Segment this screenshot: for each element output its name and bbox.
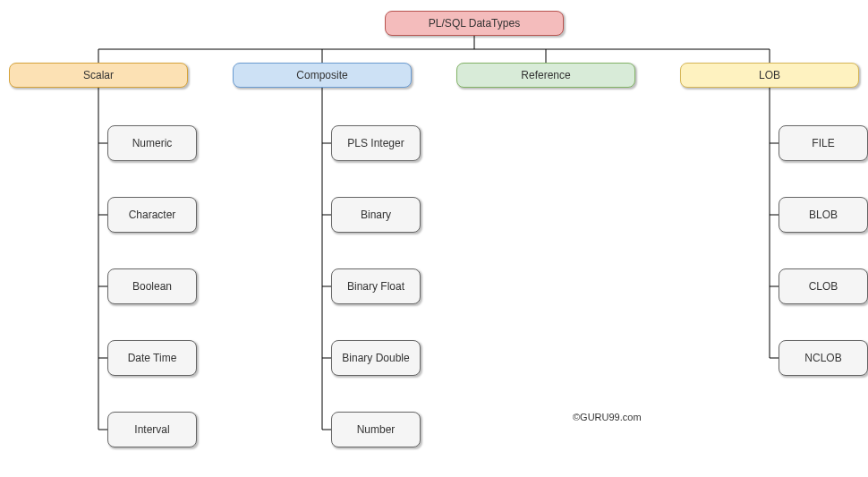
leaf-node: FILE — [779, 125, 868, 161]
leaf-node: Binary — [331, 197, 421, 233]
leaf-label: Numeric — [132, 137, 173, 149]
leaf-node: Character — [107, 197, 197, 233]
leaf-label: Date Time — [128, 352, 177, 364]
category-composite: Composite — [233, 63, 412, 88]
leaf-label: Boolean — [132, 280, 172, 293]
category-label: LOB — [759, 69, 780, 81]
root-node: PL/SQL DataTypes — [385, 11, 564, 36]
leaf-node: PLS Integer — [331, 125, 421, 161]
root-label: PL/SQL DataTypes — [429, 17, 520, 30]
leaf-label: CLOB — [809, 280, 838, 293]
diagram-canvas: PL/SQL DataTypes Scalar Composite Refere… — [0, 0, 868, 477]
leaf-node: Number — [331, 412, 421, 447]
watermark-text: ©GURU99.com — [573, 412, 642, 422]
leaf-node: Interval — [107, 412, 197, 447]
leaf-label: Binary — [361, 209, 391, 221]
leaf-label: Binary Double — [342, 352, 409, 364]
leaf-node: BLOB — [779, 197, 868, 233]
category-scalar: Scalar — [9, 63, 188, 88]
leaf-node: Date Time — [107, 340, 197, 376]
leaf-label: Interval — [134, 423, 169, 436]
leaf-node: NCLOB — [779, 340, 868, 376]
leaf-node: Binary Double — [331, 340, 421, 376]
leaf-label: BLOB — [809, 209, 838, 221]
leaf-node: CLOB — [779, 268, 868, 304]
leaf-label: FILE — [812, 137, 834, 149]
category-reference: Reference — [456, 63, 635, 88]
leaf-node: Numeric — [107, 125, 197, 161]
category-label: Composite — [296, 69, 347, 81]
category-label: Scalar — [83, 69, 114, 81]
leaf-node: Boolean — [107, 268, 197, 304]
leaf-label: Binary Float — [347, 280, 404, 293]
leaf-label: Number — [357, 423, 396, 436]
leaf-label: Character — [129, 209, 176, 221]
leaf-label: PLS Integer — [347, 137, 404, 149]
leaf-node: Binary Float — [331, 268, 421, 304]
leaf-label: NCLOB — [804, 352, 841, 364]
category-lob: LOB — [680, 63, 859, 88]
category-label: Reference — [521, 69, 570, 81]
